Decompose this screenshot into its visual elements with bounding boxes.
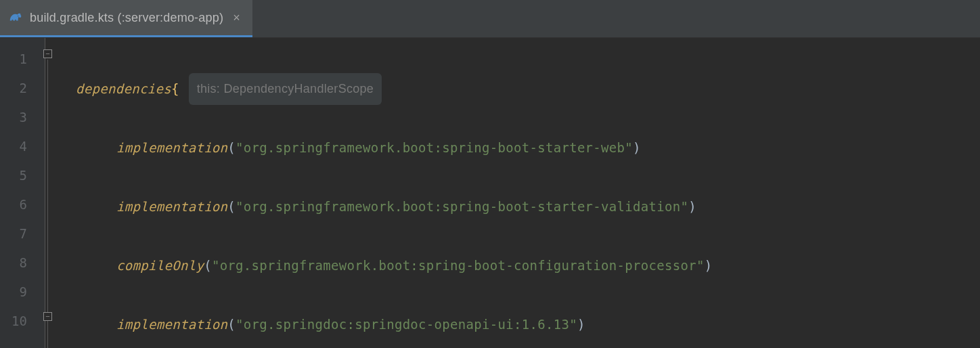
keyword: dependencies	[76, 74, 171, 104]
string-literal: "org.springframework.boot:spring-boot-st…	[236, 192, 688, 221]
function-call: implementation	[116, 192, 227, 221]
gradle-elephant-icon	[8, 10, 23, 25]
line-number: 9	[0, 278, 45, 307]
fold-guide-line	[47, 60, 48, 348]
line-number-gutter: 1 2 3 4 5 6 7 8 9 10	[0, 38, 45, 348]
line-number: 10	[0, 307, 45, 336]
fold-toggle-icon[interactable]: −	[43, 312, 52, 321]
editor: 1 2 3 4 5 6 7 8 9 10 − − dependencies {t…	[0, 38, 980, 348]
line-number: 3	[0, 103, 45, 132]
string-literal: "org.springframework.boot:spring-boot-st…	[236, 133, 633, 162]
line-number: 4	[0, 132, 45, 161]
code-area[interactable]: dependencies {this: DependencyHandlerSco…	[60, 38, 980, 348]
function-call: compileOnly	[116, 251, 204, 280]
line-number: 7	[0, 219, 45, 248]
fold-strip: − −	[45, 38, 60, 348]
inlay-hint: this: DependencyHandlerScope	[189, 73, 382, 105]
code-line: implementation("org.springframework.boot…	[62, 133, 980, 162]
string-literal: "org.springframework.boot:spring-boot-co…	[212, 251, 705, 280]
code-line: compileOnly("org.springframework.boot:sp…	[62, 251, 980, 280]
code-line: implementation("org.springdoc:springdoc-…	[62, 310, 980, 339]
code-line: dependencies {this: DependencyHandlerSco…	[62, 74, 980, 104]
brace: {	[171, 74, 179, 104]
line-number: 1	[0, 45, 45, 74]
line-number: 5	[0, 161, 45, 190]
function-call: implementation	[116, 310, 227, 339]
fold-toggle-icon[interactable]: −	[43, 49, 52, 58]
tab-bar: build.gradle.kts (:server:demo-app) ×	[0, 0, 980, 38]
code-line: implementation("org.springframework.boot…	[62, 192, 980, 221]
line-number: 6	[0, 190, 45, 219]
close-icon[interactable]: ×	[230, 9, 243, 26]
line-number: 8	[0, 248, 45, 278]
string-literal: "org.springdoc:springdoc-openapi-ui:1.6.…	[236, 310, 577, 339]
line-number: 2	[0, 74, 45, 103]
file-tab[interactable]: build.gradle.kts (:server:demo-app) ×	[0, 0, 252, 37]
function-call: implementation	[116, 133, 227, 162]
tab-label: build.gradle.kts (:server:demo-app)	[30, 11, 223, 25]
